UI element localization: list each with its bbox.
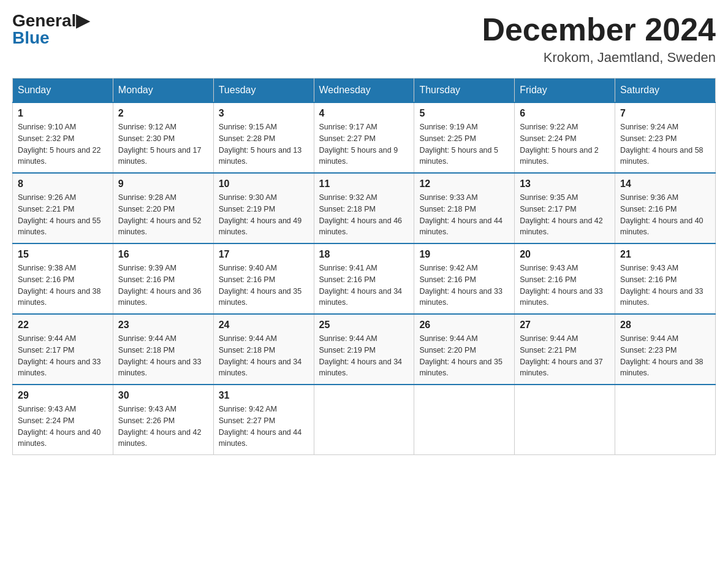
day-number: 25 xyxy=(319,320,409,331)
day-number: 26 xyxy=(419,320,509,331)
day-info: Sunrise: 9:38 AMSunset: 2:16 PMDaylight:… xyxy=(18,262,108,308)
day-info: Sunrise: 9:32 AMSunset: 2:18 PMDaylight:… xyxy=(319,192,409,238)
calendar-week-row: 15Sunrise: 9:38 AMSunset: 2:16 PMDayligh… xyxy=(13,243,716,314)
day-number: 5 xyxy=(419,108,509,119)
calendar-cell: 25Sunrise: 9:44 AMSunset: 2:19 PMDayligh… xyxy=(314,314,414,385)
calendar-cell: 3Sunrise: 9:15 AMSunset: 2:28 PMDaylight… xyxy=(213,102,314,173)
day-info: Sunrise: 9:39 AMSunset: 2:16 PMDaylight:… xyxy=(118,262,208,308)
calendar-cell: 24Sunrise: 9:44 AMSunset: 2:18 PMDayligh… xyxy=(213,314,314,385)
calendar-cell: 15Sunrise: 9:38 AMSunset: 2:16 PMDayligh… xyxy=(13,243,113,314)
calendar-cell xyxy=(515,385,615,455)
calendar-cell: 11Sunrise: 9:32 AMSunset: 2:18 PMDayligh… xyxy=(314,173,414,243)
day-info: Sunrise: 9:22 AMSunset: 2:24 PMDaylight:… xyxy=(520,121,610,167)
calendar-cell: 13Sunrise: 9:35 AMSunset: 2:17 PMDayligh… xyxy=(515,173,615,243)
month-year-title: December 2024 xyxy=(482,12,716,47)
day-number: 24 xyxy=(219,320,309,331)
day-number: 7 xyxy=(620,108,710,119)
calendar-cell: 27Sunrise: 9:44 AMSunset: 2:21 PMDayligh… xyxy=(515,314,615,385)
day-info: Sunrise: 9:44 AMSunset: 2:18 PMDaylight:… xyxy=(219,333,309,379)
day-number: 29 xyxy=(18,390,108,401)
calendar-header-wednesday: Wednesday xyxy=(314,79,414,103)
day-info: Sunrise: 9:19 AMSunset: 2:25 PMDaylight:… xyxy=(419,121,509,167)
day-info: Sunrise: 9:15 AMSunset: 2:28 PMDaylight:… xyxy=(219,121,309,167)
calendar-table: SundayMondayTuesdayWednesdayThursdayFrid… xyxy=(12,78,716,455)
day-number: 27 xyxy=(520,320,610,331)
calendar-cell xyxy=(314,385,414,455)
calendar-cell: 17Sunrise: 9:40 AMSunset: 2:16 PMDayligh… xyxy=(213,243,314,314)
calendar-cell: 22Sunrise: 9:44 AMSunset: 2:17 PMDayligh… xyxy=(13,314,113,385)
day-number: 15 xyxy=(18,249,108,260)
day-number: 1 xyxy=(18,108,108,119)
day-info: Sunrise: 9:42 AMSunset: 2:16 PMDaylight:… xyxy=(419,262,509,308)
calendar-cell: 21Sunrise: 9:43 AMSunset: 2:16 PMDayligh… xyxy=(615,243,716,314)
day-number: 20 xyxy=(520,249,610,260)
day-info: Sunrise: 9:17 AMSunset: 2:27 PMDaylight:… xyxy=(319,121,409,167)
day-info: Sunrise: 9:44 AMSunset: 2:21 PMDaylight:… xyxy=(520,333,610,379)
calendar-cell: 5Sunrise: 9:19 AMSunset: 2:25 PMDaylight… xyxy=(414,102,515,173)
calendar-cell: 14Sunrise: 9:36 AMSunset: 2:16 PMDayligh… xyxy=(615,173,716,243)
day-number: 17 xyxy=(219,249,309,260)
day-info: Sunrise: 9:43 AMSunset: 2:16 PMDaylight:… xyxy=(620,262,710,308)
calendar-week-row: 29Sunrise: 9:43 AMSunset: 2:24 PMDayligh… xyxy=(13,385,716,455)
calendar-cell: 30Sunrise: 9:43 AMSunset: 2:26 PMDayligh… xyxy=(113,385,213,455)
calendar-cell: 26Sunrise: 9:44 AMSunset: 2:20 PMDayligh… xyxy=(414,314,515,385)
calendar-week-row: 8Sunrise: 9:26 AMSunset: 2:21 PMDaylight… xyxy=(13,173,716,243)
day-info: Sunrise: 9:36 AMSunset: 2:16 PMDaylight:… xyxy=(620,192,710,238)
day-info: Sunrise: 9:40 AMSunset: 2:16 PMDaylight:… xyxy=(219,262,309,308)
day-info: Sunrise: 9:30 AMSunset: 2:19 PMDaylight:… xyxy=(219,192,309,238)
calendar-cell xyxy=(615,385,716,455)
page-header: General▶ Blue December 2024 Krokom, Jaem… xyxy=(12,12,716,66)
calendar-header-sunday: Sunday xyxy=(13,79,113,103)
day-number: 19 xyxy=(419,249,509,260)
day-number: 8 xyxy=(18,178,108,190)
calendar-cell: 18Sunrise: 9:41 AMSunset: 2:16 PMDayligh… xyxy=(314,243,414,314)
day-number: 21 xyxy=(620,249,710,260)
calendar-cell: 31Sunrise: 9:42 AMSunset: 2:27 PMDayligh… xyxy=(213,385,314,455)
calendar-cell: 29Sunrise: 9:43 AMSunset: 2:24 PMDayligh… xyxy=(13,385,113,455)
day-info: Sunrise: 9:26 AMSunset: 2:21 PMDaylight:… xyxy=(18,192,108,238)
day-info: Sunrise: 9:43 AMSunset: 2:16 PMDaylight:… xyxy=(520,262,610,308)
day-info: Sunrise: 9:43 AMSunset: 2:24 PMDaylight:… xyxy=(18,404,108,450)
calendar-cell: 12Sunrise: 9:33 AMSunset: 2:18 PMDayligh… xyxy=(414,173,515,243)
day-number: 30 xyxy=(118,390,208,401)
day-number: 23 xyxy=(118,320,208,331)
day-info: Sunrise: 9:28 AMSunset: 2:20 PMDaylight:… xyxy=(118,192,208,238)
location-subtitle: Krokom, Jaemtland, Sweden xyxy=(482,50,716,66)
day-info: Sunrise: 9:10 AMSunset: 2:32 PMDaylight:… xyxy=(18,121,108,167)
day-number: 22 xyxy=(18,320,108,331)
day-number: 28 xyxy=(620,320,710,331)
day-info: Sunrise: 9:44 AMSunset: 2:23 PMDaylight:… xyxy=(620,333,710,379)
calendar-cell: 28Sunrise: 9:44 AMSunset: 2:23 PMDayligh… xyxy=(615,314,716,385)
day-number: 4 xyxy=(319,108,409,119)
calendar-cell xyxy=(414,385,515,455)
logo-blue-text: Blue xyxy=(12,29,50,47)
calendar-header-monday: Monday xyxy=(113,79,213,103)
day-info: Sunrise: 9:44 AMSunset: 2:17 PMDaylight:… xyxy=(18,333,108,379)
calendar-cell: 10Sunrise: 9:30 AMSunset: 2:19 PMDayligh… xyxy=(213,173,314,243)
day-number: 12 xyxy=(419,178,509,190)
calendar-cell: 4Sunrise: 9:17 AMSunset: 2:27 PMDaylight… xyxy=(314,102,414,173)
calendar-cell: 1Sunrise: 9:10 AMSunset: 2:32 PMDaylight… xyxy=(13,102,113,173)
logo-general-text: General▶ xyxy=(12,12,89,29)
day-info: Sunrise: 9:42 AMSunset: 2:27 PMDaylight:… xyxy=(219,404,309,450)
day-number: 6 xyxy=(520,108,610,119)
day-info: Sunrise: 9:41 AMSunset: 2:16 PMDaylight:… xyxy=(319,262,409,308)
calendar-week-row: 22Sunrise: 9:44 AMSunset: 2:17 PMDayligh… xyxy=(13,314,716,385)
day-info: Sunrise: 9:12 AMSunset: 2:30 PMDaylight:… xyxy=(118,121,208,167)
calendar-header-thursday: Thursday xyxy=(414,79,515,103)
calendar-header-friday: Friday xyxy=(515,79,615,103)
day-info: Sunrise: 9:24 AMSunset: 2:23 PMDaylight:… xyxy=(620,121,710,167)
calendar-header-saturday: Saturday xyxy=(615,79,716,103)
day-number: 16 xyxy=(118,249,208,260)
calendar-cell: 9Sunrise: 9:28 AMSunset: 2:20 PMDaylight… xyxy=(113,173,213,243)
calendar-header-tuesday: Tuesday xyxy=(213,79,314,103)
calendar-cell: 8Sunrise: 9:26 AMSunset: 2:21 PMDaylight… xyxy=(13,173,113,243)
day-info: Sunrise: 9:44 AMSunset: 2:20 PMDaylight:… xyxy=(419,333,509,379)
calendar-cell: 16Sunrise: 9:39 AMSunset: 2:16 PMDayligh… xyxy=(113,243,213,314)
day-number: 31 xyxy=(219,390,309,401)
calendar-cell: 6Sunrise: 9:22 AMSunset: 2:24 PMDaylight… xyxy=(515,102,615,173)
calendar-cell: 19Sunrise: 9:42 AMSunset: 2:16 PMDayligh… xyxy=(414,243,515,314)
day-number: 9 xyxy=(118,178,208,190)
logo: General▶ Blue xyxy=(12,12,89,47)
calendar-cell: 23Sunrise: 9:44 AMSunset: 2:18 PMDayligh… xyxy=(113,314,213,385)
